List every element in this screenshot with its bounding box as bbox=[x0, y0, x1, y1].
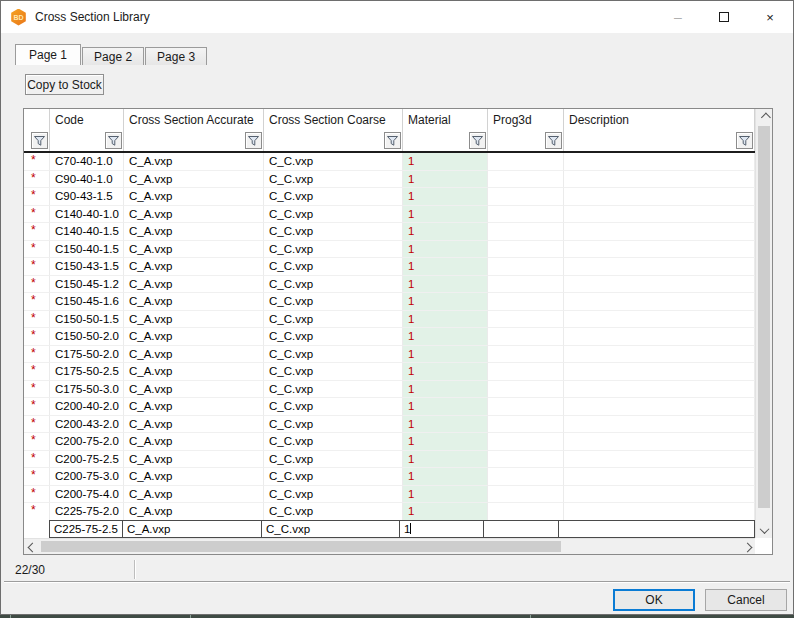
row-indicator[interactable]: * bbox=[24, 503, 50, 520]
cell-code[interactable]: C90-40-1.0 bbox=[50, 171, 124, 189]
table-row[interactable]: *C200-40-2.0C_A.vxpC_C.vxp1 bbox=[24, 398, 755, 416]
edit-cell-material[interactable]: 1 bbox=[399, 520, 484, 538]
cell-code[interactable]: C90-43-1.5 bbox=[50, 188, 124, 206]
table-row[interactable]: *C150-43-1.5C_A.vxpC_C.vxp1 bbox=[24, 258, 755, 276]
tab-page-2[interactable]: Page 2 bbox=[82, 47, 144, 65]
cell-material[interactable]: 1 bbox=[403, 153, 488, 171]
cell-code[interactable]: C70-40-1.0 bbox=[50, 153, 124, 171]
table-row[interactable]: *C200-75-2.5C_A.vxpC_C.vxp1 bbox=[24, 451, 755, 469]
cell-description[interactable] bbox=[564, 328, 755, 346]
cell-coarse[interactable]: C_C.vxp bbox=[264, 153, 403, 171]
cell-coarse[interactable]: C_C.vxp bbox=[264, 276, 403, 294]
cell-accurate[interactable]: C_A.vxp bbox=[124, 311, 264, 329]
row-indicator[interactable]: * bbox=[24, 241, 50, 259]
cell-description[interactable] bbox=[564, 433, 755, 451]
cell-prog3d[interactable] bbox=[488, 171, 564, 189]
maximize-icon[interactable] bbox=[701, 1, 747, 33]
cell-prog3d[interactable] bbox=[488, 433, 564, 451]
cell-prog3d[interactable] bbox=[488, 258, 564, 276]
cell-code[interactable]: C150-50-2.0 bbox=[50, 328, 124, 346]
cell-code[interactable]: C140-40-1.0 bbox=[50, 206, 124, 224]
cell-coarse[interactable]: C_C.vxp bbox=[264, 171, 403, 189]
cell-prog3d[interactable] bbox=[488, 223, 564, 241]
cell-description[interactable] bbox=[564, 206, 755, 224]
row-indicator[interactable]: * bbox=[24, 276, 50, 294]
filter-cell[interactable] bbox=[488, 131, 564, 151]
table-row[interactable]: *C140-40-1.5C_A.vxpC_C.vxp1 bbox=[24, 223, 755, 241]
cell-description[interactable] bbox=[564, 346, 755, 364]
cell-material[interactable]: 1 bbox=[403, 171, 488, 189]
cell-coarse[interactable]: C_C.vxp bbox=[264, 416, 403, 434]
cell-material[interactable]: 1 bbox=[403, 346, 488, 364]
cell-description[interactable] bbox=[564, 276, 755, 294]
row-indicator[interactable]: * bbox=[24, 223, 50, 241]
cell-coarse[interactable]: C_C.vxp bbox=[264, 223, 403, 241]
cell-accurate[interactable]: C_A.vxp bbox=[124, 346, 264, 364]
filter-funnel-icon[interactable] bbox=[469, 132, 486, 149]
filter-cell[interactable] bbox=[124, 131, 264, 151]
row-indicator[interactable]: * bbox=[24, 328, 50, 346]
cell-prog3d[interactable] bbox=[488, 398, 564, 416]
filter-funnel-icon[interactable] bbox=[736, 132, 753, 149]
table-row[interactable]: *C90-43-1.5C_A.vxpC_C.vxp1 bbox=[24, 188, 755, 206]
table-row[interactable]: *C200-75-3.0C_A.vxpC_C.vxp1 bbox=[24, 468, 755, 486]
row-indicator[interactable]: * bbox=[24, 398, 50, 416]
cell-code[interactable]: C200-75-3.0 bbox=[50, 468, 124, 486]
cell-coarse[interactable]: C_C.vxp bbox=[264, 486, 403, 504]
cell-coarse[interactable]: C_C.vxp bbox=[264, 398, 403, 416]
cell-accurate[interactable]: C_A.vxp bbox=[124, 206, 264, 224]
row-indicator[interactable]: * bbox=[24, 258, 50, 276]
cell-accurate[interactable]: C_A.vxp bbox=[124, 276, 264, 294]
cell-coarse[interactable]: C_C.vxp bbox=[264, 241, 403, 259]
cell-accurate[interactable]: C_A.vxp bbox=[124, 451, 264, 469]
cell-accurate[interactable]: C_A.vxp bbox=[124, 363, 264, 381]
table-row[interactable]: *C150-50-1.5C_A.vxpC_C.vxp1 bbox=[24, 311, 755, 329]
minimize-icon[interactable]: – bbox=[655, 1, 701, 33]
row-indicator[interactable]: * bbox=[24, 486, 50, 504]
cell-coarse[interactable]: C_C.vxp bbox=[264, 363, 403, 381]
edit-row-indicator[interactable] bbox=[24, 520, 50, 538]
cell-prog3d[interactable] bbox=[488, 486, 564, 504]
cell-description[interactable] bbox=[564, 486, 755, 504]
cell-description[interactable] bbox=[564, 171, 755, 189]
cell-prog3d[interactable] bbox=[488, 451, 564, 469]
cell-accurate[interactable]: C_A.vxp bbox=[124, 223, 264, 241]
cell-prog3d[interactable] bbox=[488, 311, 564, 329]
cell-material[interactable]: 1 bbox=[403, 433, 488, 451]
cell-material[interactable]: 1 bbox=[403, 451, 488, 469]
cell-accurate[interactable]: C_A.vxp bbox=[124, 171, 264, 189]
cell-coarse[interactable]: C_C.vxp bbox=[264, 468, 403, 486]
horizontal-scroll-thumb[interactable] bbox=[41, 541, 561, 552]
cell-accurate[interactable]: C_A.vxp bbox=[124, 381, 264, 399]
cell-prog3d[interactable] bbox=[488, 206, 564, 224]
cell-material[interactable]: 1 bbox=[403, 206, 488, 224]
table-row[interactable]: *C70-40-1.0C_A.vxpC_C.vxp1 bbox=[24, 153, 755, 171]
cell-prog3d[interactable] bbox=[488, 381, 564, 399]
header-code[interactable]: Code bbox=[50, 109, 124, 131]
table-row[interactable]: *C140-40-1.0C_A.vxpC_C.vxp1 bbox=[24, 206, 755, 224]
row-indicator[interactable]: * bbox=[24, 171, 50, 189]
row-indicator[interactable]: * bbox=[24, 416, 50, 434]
cell-accurate[interactable]: C_A.vxp bbox=[124, 468, 264, 486]
cell-material[interactable]: 1 bbox=[403, 258, 488, 276]
filter-cell[interactable] bbox=[403, 131, 488, 151]
row-indicator[interactable]: * bbox=[24, 206, 50, 224]
row-indicator[interactable]: * bbox=[24, 451, 50, 469]
cell-prog3d[interactable] bbox=[488, 293, 564, 311]
filter-funnel-icon[interactable] bbox=[384, 132, 401, 149]
row-indicator[interactable]: * bbox=[24, 188, 50, 206]
cell-description[interactable] bbox=[564, 241, 755, 259]
scroll-up-icon[interactable] bbox=[756, 109, 773, 125]
header-prog3d[interactable]: Prog3d bbox=[488, 109, 564, 131]
cell-accurate[interactable]: C_A.vxp bbox=[124, 258, 264, 276]
grid-edit-row[interactable]: C225-75-2.5 C_A.vxp C_C.vxp 1 bbox=[24, 520, 755, 538]
cell-material[interactable]: 1 bbox=[403, 188, 488, 206]
close-icon[interactable]: × bbox=[747, 1, 793, 33]
vertical-scroll-thumb[interactable] bbox=[758, 126, 770, 508]
cell-material[interactable]: 1 bbox=[403, 486, 488, 504]
header-cross-section-coarse[interactable]: Cross Section Coarse bbox=[264, 109, 403, 131]
cell-coarse[interactable]: C_C.vxp bbox=[264, 293, 403, 311]
cell-code[interactable]: C150-45-1.2 bbox=[50, 276, 124, 294]
cell-prog3d[interactable] bbox=[488, 416, 564, 434]
cell-accurate[interactable]: C_A.vxp bbox=[124, 241, 264, 259]
